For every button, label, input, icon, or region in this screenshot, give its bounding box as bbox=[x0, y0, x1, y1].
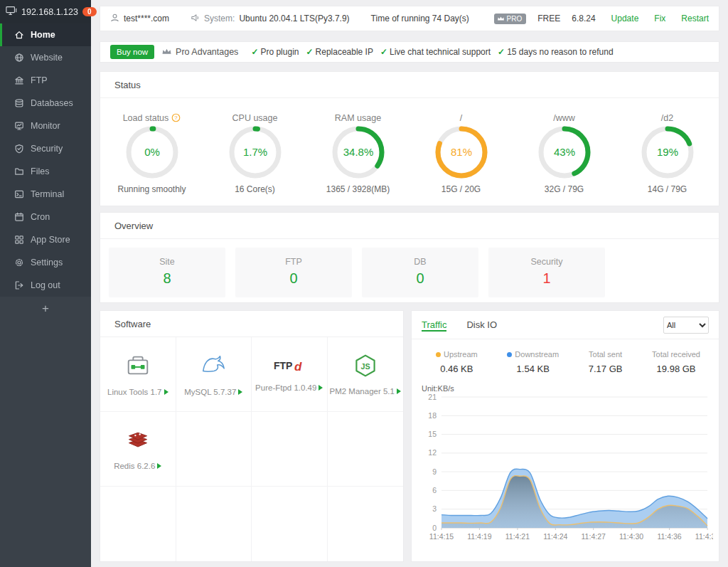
gauge-caption: 1365 / 3928(MB) bbox=[306, 184, 410, 194]
play-icon[interactable] bbox=[157, 463, 161, 469]
tab-disk-io[interactable]: Disk IO bbox=[466, 319, 497, 332]
app-redis-6.2.6[interactable]: Redis 6.2.6 bbox=[100, 412, 176, 487]
check-icon: ✓ bbox=[306, 47, 313, 57]
app-cell-empty bbox=[176, 487, 252, 561]
sidebar-item-log-out[interactable]: Log out bbox=[0, 274, 91, 297]
fix-link[interactable]: Fix bbox=[654, 14, 665, 23]
gauge-caption: Running smoothly bbox=[100, 184, 203, 194]
user-icon bbox=[110, 13, 119, 25]
website-icon bbox=[14, 53, 24, 63]
overview-body: Site8FTP0DB0Security1 bbox=[100, 239, 719, 306]
sidebar-item-label: Settings bbox=[31, 258, 63, 267]
stat-value: 7.17 GB bbox=[589, 364, 623, 374]
chart-unit-label: Unit:KB/s bbox=[412, 384, 719, 393]
check-icon: ✓ bbox=[498, 47, 505, 57]
help-icon[interactable]: ? bbox=[171, 113, 181, 122]
files-icon bbox=[14, 166, 24, 176]
sidebar-item-label: Security bbox=[31, 144, 63, 154]
username[interactable]: test****.com bbox=[124, 14, 169, 23]
overview-db-box[interactable]: DB0 bbox=[362, 248, 478, 297]
legend-dot-icon bbox=[507, 352, 512, 357]
sidebar-item-settings[interactable]: Settings bbox=[0, 251, 91, 274]
sidebar-item-monitor[interactable]: Monitor bbox=[0, 115, 91, 137]
sidebar-item-ftp[interactable]: FTP bbox=[0, 69, 91, 92]
gauge-label: / bbox=[460, 113, 462, 123]
svg-text:12: 12 bbox=[428, 448, 437, 457]
gauge-value: 34.8% bbox=[343, 146, 373, 158]
uptime: Time of running 74 Day(s) bbox=[371, 14, 469, 23]
sidebar-menu: HomeWebsiteFTPDatabasesMonitorSecurityFi… bbox=[0, 23, 91, 297]
gauge-cpu-usage: CPU usage1.7%16 Core(s) bbox=[203, 111, 306, 194]
overview-security-box[interactable]: Security1 bbox=[488, 248, 605, 297]
restart-link[interactable]: Restart bbox=[681, 14, 709, 23]
gauge-value: 19% bbox=[656, 146, 678, 158]
sidebar-item-label: Files bbox=[31, 166, 49, 176]
overview-section: Overview Site8FTP0DB0Security1 bbox=[100, 212, 719, 303]
svg-text:11:4:21: 11:4:21 bbox=[505, 532, 530, 541]
play-icon[interactable] bbox=[397, 388, 401, 394]
sidebar-item-cron[interactable]: Cron bbox=[0, 206, 91, 228]
system-label: System: bbox=[204, 14, 235, 23]
stat-label: Upstream bbox=[444, 350, 478, 359]
overview-value: 0 bbox=[362, 270, 478, 287]
tab-traffic[interactable]: Traffic bbox=[422, 319, 446, 332]
update-link[interactable]: Update bbox=[611, 14, 639, 23]
sidebar-item-security[interactable]: Security bbox=[0, 137, 91, 160]
overview-title: Overview bbox=[100, 213, 719, 239]
app-pure-ftpd-1.0.49[interactable]: FTPdPure-Ftpd 1.0.49 bbox=[252, 337, 328, 412]
play-icon[interactable] bbox=[318, 385, 323, 391]
sidebar-item-files[interactable]: Files bbox=[0, 160, 91, 183]
traffic-filter-select[interactable]: All bbox=[663, 317, 709, 334]
traffic-tabs: TrafficDisk IO All bbox=[412, 311, 719, 339]
gauge-ring: 81% bbox=[434, 125, 488, 179]
gauge-load-status: Load status?0%Running smoothly bbox=[100, 111, 203, 194]
buy-now-button[interactable]: Buy now bbox=[110, 45, 154, 59]
gauge-ring: 34.8% bbox=[331, 125, 385, 179]
server-info[interactable]: 192.168.1.123 0 bbox=[0, 0, 91, 23]
app-name: Linux Tools 1.7 bbox=[107, 388, 162, 396]
sidebar-item-label: Cron bbox=[31, 212, 50, 222]
svg-text:15: 15 bbox=[428, 430, 437, 438]
gauge-caption: 15G / 20G bbox=[410, 184, 513, 194]
gauge-value: 43% bbox=[553, 146, 574, 158]
overview-site-box[interactable]: Site8 bbox=[109, 248, 225, 297]
sidebar-item-databases[interactable]: Databases bbox=[0, 92, 91, 115]
sidebar-item-label: App Store bbox=[31, 235, 70, 245]
sidebar-item-label: Home bbox=[31, 30, 55, 40]
overview-ftp-box[interactable]: FTP0 bbox=[235, 248, 352, 297]
promo-feature: ✓Pro plugin bbox=[251, 47, 299, 57]
overview-label: DB bbox=[362, 257, 478, 267]
sidebar-item-app-store[interactable]: App Store bbox=[0, 228, 91, 251]
svg-text:11:4:27: 11:4:27 bbox=[582, 532, 606, 541]
add-shortcut-button[interactable]: + bbox=[0, 297, 91, 321]
gauge-label: RAM usage bbox=[335, 113, 381, 123]
app-pm2-manager-5.1[interactable]: JSPM2 Manager 5.1 bbox=[328, 337, 404, 412]
license-type: FREE bbox=[537, 14, 560, 23]
overview-label: Site bbox=[109, 257, 225, 267]
sidebar-item-label: Log out bbox=[31, 280, 60, 290]
pro-badge[interactable]: PRO bbox=[494, 14, 527, 24]
gauge--www: /www43%32G / 79G bbox=[513, 111, 616, 194]
gauge-ring: 1.7% bbox=[228, 125, 282, 179]
sidebar-item-terminal[interactable]: Terminal bbox=[0, 183, 91, 206]
server-ip: 192.168.1.123 bbox=[21, 7, 78, 17]
gauge-label: CPU usage bbox=[232, 113, 278, 123]
sidebar-item-label: Monitor bbox=[31, 121, 60, 131]
pure-ftpd-icon: FTPd bbox=[273, 356, 306, 377]
app-cell-empty bbox=[100, 487, 176, 561]
gauge-ring: 19% bbox=[641, 125, 695, 179]
app-linux-tools-1.7[interactable]: Linux Tools 1.7 bbox=[100, 337, 176, 412]
sidebar-item-website[interactable]: Website bbox=[0, 46, 91, 69]
app-mysql-5.7.37[interactable]: MySQL 5.7.37 bbox=[176, 337, 252, 412]
play-icon[interactable] bbox=[164, 389, 168, 395]
logout-icon bbox=[14, 280, 24, 290]
terminal-icon bbox=[14, 189, 24, 199]
home-icon bbox=[14, 30, 24, 40]
stat-value: 1.54 KB bbox=[507, 364, 559, 374]
mysql-icon bbox=[200, 352, 227, 381]
sidebar-item-home[interactable]: Home bbox=[0, 23, 91, 46]
cron-icon bbox=[14, 212, 24, 222]
message-badge[interactable]: 0 bbox=[82, 7, 97, 16]
gauge-row: Load status?0%Running smoothlyCPU usage1… bbox=[100, 98, 719, 206]
play-icon[interactable] bbox=[238, 389, 242, 395]
